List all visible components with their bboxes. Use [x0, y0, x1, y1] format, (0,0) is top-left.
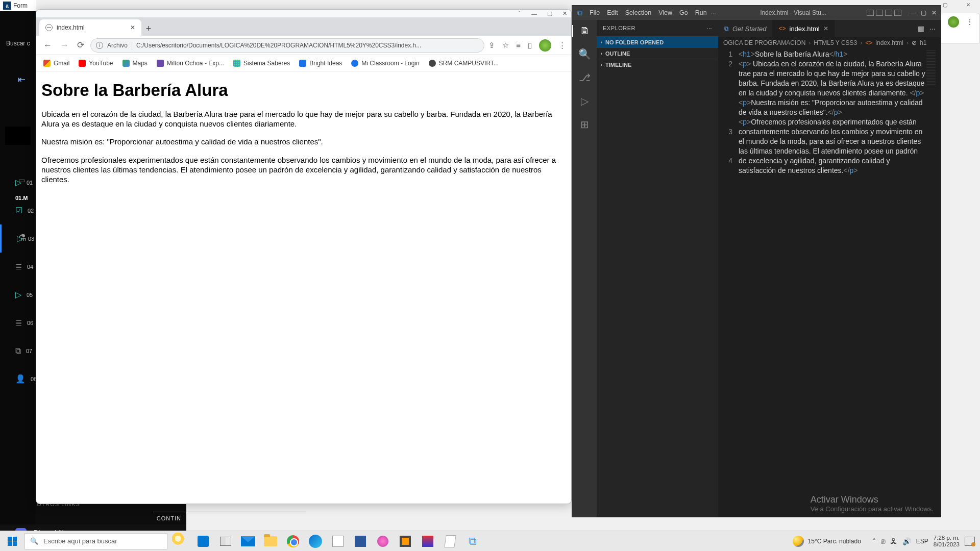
notepad-button[interactable]	[440, 531, 460, 552]
task-view-button[interactable]	[215, 531, 236, 552]
vscode-close-button[interactable]: ✕	[932, 9, 937, 16]
start-button[interactable]	[0, 531, 24, 552]
reader-icon[interactable]: ≡	[516, 41, 521, 49]
reload-button[interactable]: ⟳	[75, 40, 86, 51]
bookmark-saberes[interactable]: Sistema Saberes	[233, 60, 290, 67]
star-icon[interactable]: ☆	[502, 41, 509, 50]
barbell-icon: ⧉	[15, 346, 21, 356]
language-indicator[interactable]: ESP	[916, 538, 928, 545]
menu-file[interactable]: File	[590, 9, 600, 16]
bookmark-maps[interactable]: Maps	[122, 60, 148, 67]
bg-close-button[interactable]: ✕	[957, 0, 980, 9]
edge-button[interactable]	[305, 531, 326, 552]
weather-widget[interactable]: 15°C Parc. nublado	[793, 536, 861, 547]
cortana-button[interactable]	[170, 531, 191, 552]
vscode-minimize-button[interactable]: —	[910, 9, 916, 16]
menu-view[interactable]: View	[658, 9, 672, 16]
code-content[interactable]: <h1>Sobre la Barbería Alura</h1> <p> Ubi…	[739, 48, 941, 517]
code-editor[interactable]: 1 2 3 4 <h1>Sobre la Barbería Alura</h1>…	[718, 48, 941, 517]
notifications-button[interactable]	[965, 537, 975, 546]
tab-close-button[interactable]: ✕	[130, 24, 135, 31]
profile-avatar[interactable]	[539, 39, 551, 52]
continue-label[interactable]: CONTIN	[157, 515, 181, 521]
alura-item-08[interactable]: 👤08	[0, 365, 36, 393]
info-icon[interactable]: i	[96, 42, 103, 49]
taskbar-clock[interactable]: 7:28 p. m. 8/01/2023	[934, 535, 960, 547]
alura-search-label[interactable]: Buscar c	[6, 40, 30, 47]
chrome-button[interactable]	[283, 531, 303, 552]
browser-tab-index[interactable]: index.html ✕	[39, 19, 141, 36]
bookmark-srm[interactable]: SRM CAMPUSVIRT...	[429, 60, 499, 67]
explorer-more-icon[interactable]: ···	[706, 25, 712, 31]
tray-network-icon[interactable]: 🖧	[890, 537, 897, 545]
ms-store-button[interactable]	[193, 531, 213, 552]
menu-run[interactable]: Run	[695, 9, 707, 16]
tray-volume-icon[interactable]: 🔊	[902, 537, 911, 545]
search-icon[interactable]: 🔍	[578, 48, 591, 60]
page-paragraph-3: Ofrecemos profesionales experimentados q…	[41, 155, 566, 185]
tray-location-icon[interactable]: ⎚	[881, 537, 885, 545]
tab-get-started[interactable]: ⧉Get Started	[718, 20, 772, 37]
breadcrumb[interactable]: OGICA DE PROGRAMACION› HTML5 Y CSS3› <>i…	[718, 37, 941, 48]
menu-icon[interactable]: ⋮	[966, 18, 973, 26]
vscode-button[interactable]: ⧉	[462, 531, 483, 552]
bookmark-milton[interactable]: Milton Ochoa - Exp...	[157, 60, 224, 67]
vscode-titlebar[interactable]: ⧉ File Edit Selection View Go Run ··· in…	[572, 6, 941, 20]
word-button[interactable]	[350, 531, 371, 552]
alura-item-07[interactable]: ⧉07	[0, 337, 36, 365]
avatar-icon[interactable]	[948, 16, 959, 28]
section-timeline[interactable]: ›TIMELINE	[597, 59, 718, 70]
alura-tab[interactable]: a Form	[0, 0, 36, 11]
menu-go[interactable]: Go	[679, 9, 688, 16]
sidepanel-icon[interactable]: ▯	[528, 41, 532, 50]
color-app-button[interactable]	[418, 531, 438, 552]
sublime-button[interactable]	[395, 531, 415, 552]
windows-activation-watermark: Activar Windows Ve a Configuración para …	[811, 494, 934, 513]
section-outline[interactable]: ›OUTLINE	[597, 47, 718, 59]
layout-controls[interactable]	[867, 10, 905, 16]
chrome-close-button[interactable]: ✕	[562, 10, 567, 17]
run-debug-icon[interactable]: ▷	[581, 95, 589, 107]
alura-item-02[interactable]: ☑02	[0, 196, 36, 224]
alura-item-03[interactable]: ▷03	[0, 224, 36, 253]
tab-index-html[interactable]: <>index.html✕	[772, 20, 834, 37]
bookmark-bright[interactable]: Bright Ideas	[299, 60, 342, 67]
chrome-minimize-button[interactable]: —	[531, 11, 537, 17]
chrome-menu-icon[interactable]: ⋮	[558, 41, 566, 50]
explorer-button[interactable]	[260, 531, 281, 552]
pink-app-button[interactable]	[373, 531, 393, 552]
menu-selection[interactable]: Selection	[625, 9, 651, 16]
vscode-maximize-button[interactable]: ▢	[921, 9, 926, 16]
calendar-button[interactable]	[328, 531, 348, 552]
chrome-chevron-button[interactable]: ˅	[518, 10, 521, 17]
tray-chevron-icon[interactable]: ˄	[872, 537, 876, 545]
section-no-folder[interactable]: ›NO FOLDER OPENED	[597, 36, 718, 47]
menu-edit[interactable]: Edit	[607, 9, 618, 16]
chrome-titlebar[interactable]: ˅ — ▢ ✕	[36, 10, 571, 17]
address-bar[interactable]: i Archivo C:/Users/escritorio/Documents/…	[90, 38, 484, 53]
bookmark-gmail[interactable]: Gmail	[43, 60, 69, 67]
explorer-icon[interactable]: 🗎	[572, 25, 597, 37]
back-button[interactable]: ←	[41, 40, 54, 51]
forward-button[interactable]: →	[58, 40, 71, 51]
source-control-icon[interactable]: ⎇	[579, 71, 591, 84]
alura-item-06[interactable]: ≣06	[0, 309, 36, 337]
share-icon[interactable]: ⇪	[488, 41, 495, 50]
collapse-icon[interactable]: ⇤	[18, 74, 26, 85]
alura-item-04[interactable]: ≣04	[0, 253, 36, 281]
split-editor-icon[interactable]: ▥	[918, 24, 924, 33]
menu-overflow[interactable]: ···	[707, 9, 720, 16]
alura-item-01[interactable]: ▷01	[0, 168, 36, 196]
alura-item-05[interactable]: ▷05	[0, 281, 36, 309]
taskbar-search[interactable]: 🔍 Escribe aquí para buscar	[24, 533, 167, 549]
mail-button[interactable]	[238, 531, 258, 552]
extensions-icon[interactable]: ⊞	[580, 118, 589, 131]
background-browser-window[interactable]: ⋮	[939, 13, 980, 43]
minimap[interactable]	[925, 48, 941, 517]
bookmark-youtube[interactable]: YouTube	[79, 60, 113, 67]
tab-close-icon[interactable]: ✕	[823, 25, 828, 32]
editor-more-icon[interactable]: ···	[929, 24, 936, 33]
bookmark-classroom[interactable]: Mi Classroom - Login	[351, 60, 419, 67]
new-tab-button[interactable]: +	[141, 21, 156, 36]
chrome-maximize-button[interactable]: ▢	[547, 10, 552, 17]
